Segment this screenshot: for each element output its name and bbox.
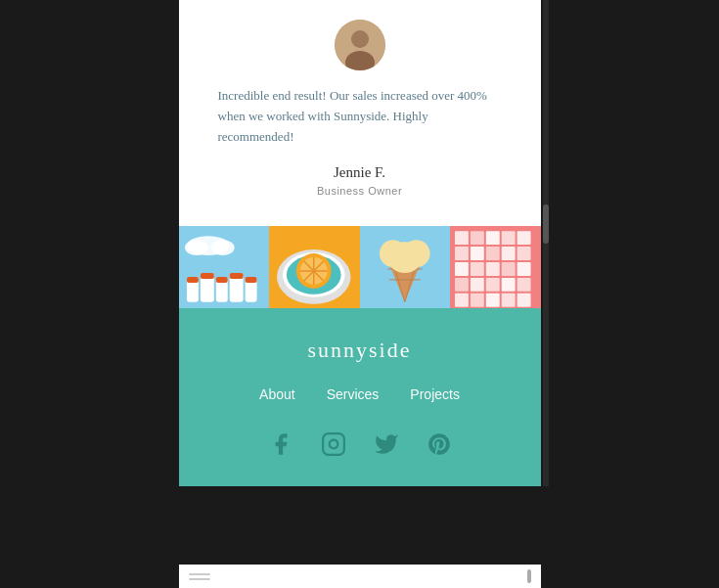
footer-nav-about[interactable]: About — [259, 386, 295, 402]
facebook-icon[interactable] — [268, 431, 293, 457]
gallery-item-2 — [269, 226, 360, 308]
svg-rect-44 — [486, 248, 500, 261]
scrollbar-thumb[interactable] — [543, 204, 549, 244]
footer-social — [199, 431, 521, 457]
testimonial-role: Business Owner — [218, 185, 502, 197]
svg-rect-39 — [486, 232, 500, 246]
svg-point-1 — [351, 30, 369, 48]
image-gallery — [179, 226, 541, 308]
svg-point-34 — [379, 241, 406, 268]
testimonial-section: Incredible end result! Our sales increas… — [179, 0, 541, 226]
svg-rect-15 — [229, 273, 243, 279]
svg-rect-48 — [471, 262, 484, 276]
avatar — [335, 20, 385, 70]
bottom-right-indicator — [527, 569, 531, 583]
avatar-container — [218, 20, 502, 70]
svg-rect-13 — [200, 273, 213, 279]
svg-rect-55 — [502, 278, 516, 292]
svg-rect-54 — [486, 278, 500, 292]
svg-rect-46 — [517, 248, 531, 261]
svg-rect-60 — [502, 294, 516, 307]
gallery-item-3 — [360, 226, 451, 308]
footer-section: sunnyside About Services Projects — [179, 308, 541, 486]
menu-line-1 — [189, 573, 210, 575]
svg-rect-61 — [517, 294, 531, 307]
svg-rect-47 — [455, 262, 469, 276]
testimonial-quote: Incredible end result! Our sales increas… — [218, 86, 502, 147]
svg-rect-42 — [455, 248, 469, 261]
svg-rect-59 — [486, 294, 500, 307]
svg-rect-50 — [502, 262, 516, 276]
gallery-item-4 — [450, 226, 541, 308]
svg-rect-52 — [455, 278, 469, 292]
footer-nav-services[interactable]: Services — [327, 386, 380, 402]
svg-rect-40 — [502, 232, 516, 246]
svg-rect-12 — [186, 277, 198, 283]
svg-rect-58 — [471, 294, 484, 307]
svg-rect-51 — [517, 262, 531, 276]
menu-line-2 — [189, 578, 210, 580]
footer-nav-projects[interactable]: Projects — [410, 386, 460, 402]
svg-rect-49 — [486, 262, 500, 276]
svg-rect-53 — [471, 278, 484, 292]
svg-rect-37 — [455, 232, 469, 246]
page-wrapper: Incredible end result! Our sales increas… — [179, 0, 541, 486]
svg-rect-41 — [517, 232, 531, 246]
svg-rect-57 — [455, 294, 469, 307]
svg-rect-43 — [471, 248, 484, 261]
instagram-icon[interactable] — [321, 431, 346, 457]
svg-point-6 — [210, 241, 234, 256]
bottom-bar — [179, 565, 541, 588]
footer-brand: sunnyside — [199, 338, 521, 363]
svg-rect-16 — [245, 277, 256, 283]
svg-point-35 — [402, 241, 429, 268]
gallery-item-1 — [179, 226, 270, 308]
svg-rect-62 — [323, 434, 344, 456]
svg-rect-14 — [215, 277, 227, 283]
pinterest-icon[interactable] — [427, 431, 452, 457]
svg-rect-56 — [517, 278, 531, 292]
footer-nav: About Services Projects — [199, 386, 521, 402]
testimonial-name: Jennie F. — [218, 164, 502, 181]
svg-point-5 — [184, 241, 207, 256]
svg-rect-45 — [502, 248, 516, 261]
scrollbar-track[interactable] — [543, 0, 549, 486]
menu-icon[interactable] — [189, 573, 210, 580]
svg-rect-38 — [471, 232, 484, 246]
twitter-icon[interactable] — [374, 431, 399, 457]
